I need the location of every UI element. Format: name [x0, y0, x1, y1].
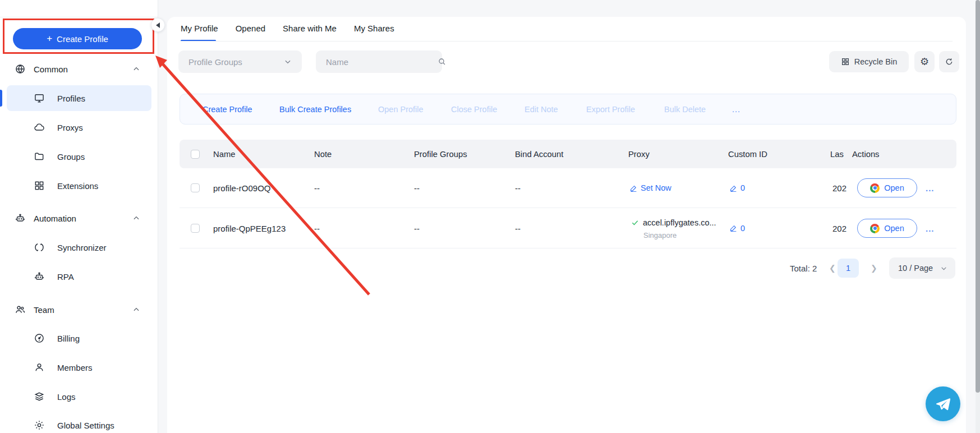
tab-opened[interactable]: Opened [236, 24, 265, 42]
sidebar-item-label: Extensions [57, 181, 98, 191]
sidebar-item-groups[interactable]: Groups [0, 144, 158, 169]
main-panel: My Profile Opened Share with Me My Share… [167, 17, 966, 433]
header-name: Name [213, 150, 235, 159]
grid-icon [841, 57, 850, 66]
table-row: profile-QpPEEg123 -- -- -- accel.ipflyga… [180, 208, 956, 248]
sidebar-item-label: Billing [57, 334, 80, 343]
cell-name: profile-rO09OQ [213, 183, 271, 193]
sidebar-item-synchronizer[interactable]: Synchronizer [0, 234, 158, 260]
settings-button[interactable]: ⚙ [914, 51, 935, 72]
cell-bind-account: -- [515, 223, 521, 233]
action-more-icon[interactable]: ... [732, 105, 740, 114]
action-close-profile: Close Profile [451, 105, 497, 114]
section-label: Common [34, 65, 68, 74]
cell-note: -- [314, 183, 320, 193]
table-row: profile-rO09OQ -- -- -- Set Now 0 202 Op… [180, 168, 956, 208]
sidebar-item-label: Global Settings [57, 421, 114, 430]
sidebar-section-automation[interactable]: Automation [0, 205, 158, 231]
row-checkbox[interactable] [191, 183, 200, 192]
chevron-up-icon[interactable] [132, 306, 140, 314]
sidebar-item-members[interactable]: Members [0, 354, 158, 380]
header-profile-groups: Profile Groups [414, 150, 467, 159]
sidebar-item-profiles[interactable]: Profiles [0, 85, 158, 111]
chevron-up-icon[interactable] [132, 65, 140, 73]
gear-icon [34, 420, 45, 431]
header-bind-account: Bind Account [515, 150, 563, 159]
pagination-next-icon[interactable]: ❯ [871, 264, 877, 273]
pagination-total: Total: 2 [790, 264, 817, 273]
sidebar-item-billing[interactable]: Billing [0, 325, 158, 351]
sidebar-item-label: RPA [57, 272, 74, 282]
sidebar-item-extensions[interactable]: Extensions [0, 173, 158, 199]
create-profile-label: Create Profile [57, 34, 108, 44]
robot-icon [15, 213, 26, 224]
cell-proxy-host[interactable]: accel.ipflygates.co... [631, 218, 716, 227]
sidebar-item-label: Synchronizer [57, 243, 107, 252]
select-all-checkbox[interactable] [191, 150, 200, 159]
sidebar-item-label: Proxys [57, 123, 83, 132]
header-last-truncated: Las [830, 150, 845, 159]
scrollbar-thumb[interactable] [976, 0, 980, 393]
action-open-profile: Open Profile [378, 105, 424, 114]
pencil-icon [730, 224, 737, 232]
refresh-button[interactable] [939, 51, 959, 72]
layers-icon [34, 391, 45, 402]
sidebar-section-common[interactable]: Common [0, 56, 158, 82]
telegram-plane-icon [935, 395, 951, 412]
chevron-up-icon[interactable] [132, 214, 140, 222]
plus-icon: + [47, 33, 52, 44]
action-export-profile: Export Profile [586, 105, 635, 114]
robot-icon [34, 271, 45, 282]
open-profile-button[interactable]: Open [857, 219, 917, 238]
cell-profile-groups: -- [414, 223, 420, 233]
cell-note: -- [314, 223, 320, 233]
tab-my-shares[interactable]: My Shares [354, 24, 394, 42]
open-profile-button[interactable]: Open [857, 178, 917, 197]
sidebar-collapse-button[interactable] [151, 18, 165, 32]
sidebar-item-label: Members [57, 363, 93, 372]
proxy-set-now-link[interactable]: Set Now [630, 183, 671, 192]
page-size-select[interactable]: 10 / Page [889, 257, 955, 279]
action-bulk-delete: Bulk Delete [664, 105, 706, 114]
chevron-down-icon [940, 265, 947, 272]
profile-groups-placeholder: Profile Groups [188, 57, 242, 67]
telegram-button[interactable] [926, 386, 960, 421]
table-header: Name Note Profile Groups Bind Account Pr… [180, 140, 956, 168]
create-profile-button[interactable]: + Create Profile [13, 28, 142, 49]
tabs-divider [181, 41, 953, 42]
profile-groups-select[interactable]: Profile Groups [178, 50, 302, 73]
sidebar-item-global-settings[interactable]: Global Settings [0, 412, 158, 433]
custom-id-edit-link[interactable]: 0 [730, 183, 745, 192]
action-edit-note: Edit Note [524, 105, 558, 114]
pagination-prev-icon[interactable]: ❮ [829, 264, 836, 273]
sidebar-section-team[interactable]: Team [0, 297, 158, 323]
custom-id-edit-link[interactable]: 0 [730, 224, 745, 233]
sidebar-item-proxys[interactable]: Proxys [0, 114, 158, 140]
action-bar: Create Profile Bulk Create Profiles Open… [180, 94, 956, 125]
sidebar-item-label: Profiles [57, 94, 85, 103]
sidebar-item-logs[interactable]: Logs [0, 384, 158, 409]
header-note: Note [314, 150, 332, 159]
tab-share-with-me[interactable]: Share with Me [283, 24, 337, 42]
row-more-icon[interactable]: ... [926, 223, 935, 233]
recycle-bin-button[interactable]: Recycle Bin [829, 51, 909, 72]
person-icon [34, 362, 45, 373]
pencil-icon [730, 185, 737, 192]
sidebar-item-label: Groups [57, 152, 85, 162]
action-bulk-create-profiles[interactable]: Bulk Create Profiles [279, 105, 351, 114]
search-icon[interactable] [438, 57, 447, 66]
sidebar-item-rpa[interactable]: RPA [0, 264, 158, 289]
gear-icon: ⚙ [920, 57, 929, 67]
pagination-page-1[interactable]: 1 [838, 259, 859, 278]
chrome-icon [870, 183, 880, 193]
cell-proxy-location: Singapore [643, 231, 677, 239]
action-create-profile[interactable]: Create Profile [203, 105, 252, 114]
globe-icon [15, 63, 26, 75]
cell-last-open: 202 [832, 183, 848, 193]
cell-name: profile-QpPEEg123 [213, 223, 286, 233]
row-checkbox[interactable] [191, 224, 200, 233]
row-more-icon[interactable]: ... [926, 183, 935, 193]
name-search-input[interactable] [326, 57, 438, 67]
cell-profile-groups: -- [414, 183, 420, 193]
chrome-icon [870, 224, 880, 233]
